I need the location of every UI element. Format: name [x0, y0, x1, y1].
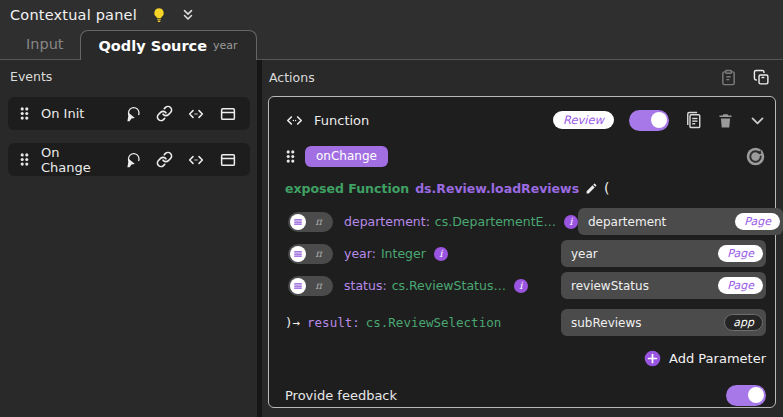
binding-mode-switch[interactable]: π: [288, 276, 333, 296]
pi-mode-icon: π: [306, 248, 331, 259]
result-type: cs.ReviewSelection: [366, 315, 501, 330]
binding-mode-switch[interactable]: π: [288, 212, 333, 232]
events-panel: Events On Init: [0, 60, 257, 417]
list-mode-icon: [290, 214, 306, 230]
add-parameter-button[interactable]: Add Parameter: [285, 347, 766, 369]
actions-header: Actions: [269, 69, 770, 86]
result-arrow: →: [293, 315, 301, 330]
drag-handle-icon[interactable]: [285, 149, 296, 164]
function-card-header: Function Review: [285, 97, 766, 143]
function-type-label: Function: [314, 113, 369, 128]
trash-icon[interactable]: [717, 112, 734, 129]
paste-icon[interactable]: [720, 69, 737, 86]
parameter-row-departement: π departement: cs.DepartementE… departem…: [285, 208, 766, 235]
pi-mode-icon: π: [306, 216, 331, 227]
edit-pencil-icon[interactable]: [585, 182, 598, 195]
event-actions: [124, 105, 237, 123]
tab-bar: Input Qodly Source year: [0, 29, 783, 60]
signature-open-paren: (: [604, 180, 609, 196]
pointer-click-icon[interactable]: [124, 151, 142, 169]
pointer-click-icon[interactable]: [124, 105, 142, 123]
event-row-on-change[interactable]: On Change: [8, 143, 250, 176]
events-title: Events: [10, 69, 257, 84]
result-name: result:: [307, 315, 360, 330]
drag-handle-icon[interactable]: [19, 152, 30, 167]
pi-mode-icon: π: [306, 280, 331, 291]
tab-input-label: Input: [26, 36, 64, 52]
scope-badge[interactable]: Page: [735, 213, 780, 230]
parameter-name: year:: [344, 246, 376, 261]
contextual-panel: Contextual panel Input Qodly Source year: [0, 0, 783, 417]
function-enabled-toggle[interactable]: [629, 110, 669, 131]
panel-layout-icon[interactable]: [219, 151, 237, 169]
event-label: On Change: [41, 145, 113, 175]
actions-title: Actions: [269, 70, 315, 85]
parameter-name: departement:: [344, 214, 430, 229]
parameter-list: π departement: cs.DepartementE… departem…: [285, 203, 766, 299]
parameter-name: status:: [344, 278, 387, 293]
parameter-type: cs.ReviewStatus…: [392, 278, 506, 293]
link-icon[interactable]: [156, 105, 173, 122]
info-icon[interactable]: [434, 247, 448, 261]
function-signature: exposed Function ds.Review.loadReviews (: [285, 180, 766, 196]
signature-function-name: ds.Review.loadReviews: [415, 181, 579, 196]
reset-icon[interactable]: [745, 146, 766, 167]
info-icon[interactable]: [564, 215, 578, 229]
parameter-value-field[interactable]: year Page: [561, 240, 766, 267]
parameter-row-year: π year: Integer year Page: [285, 240, 766, 267]
chevron-down-icon[interactable]: [749, 112, 766, 129]
list-mode-icon: [290, 278, 306, 294]
parameter-type: cs.DepartementE…: [435, 214, 556, 229]
parameter-value: year: [571, 247, 718, 261]
plus-circle-icon: [644, 350, 661, 367]
feedback-toggle[interactable]: [726, 385, 766, 406]
onchange-badge: onChange: [305, 146, 388, 167]
function-card: Function Review: [268, 96, 776, 408]
parameter-value: reviewStatus: [571, 279, 718, 293]
function-code-icon: [285, 111, 304, 130]
panel-title: Contextual panel: [10, 7, 137, 23]
binding-mode-switch[interactable]: π: [288, 244, 333, 264]
result-value: subReviews: [571, 316, 724, 330]
lightbulb-icon[interactable]: [151, 7, 167, 23]
add-parameter-label: Add Parameter: [669, 351, 766, 366]
code-icon[interactable]: [187, 105, 205, 123]
feedback-label: Provide feedback: [285, 388, 397, 403]
scope-badge[interactable]: Page: [718, 245, 763, 262]
info-icon[interactable]: [514, 279, 528, 293]
parameter-value-field[interactable]: reviewStatus Page: [561, 272, 766, 299]
scope-badge[interactable]: Page: [718, 277, 763, 294]
panel-content: Events On Init: [0, 60, 783, 417]
signature-keyword: exposed Function: [285, 181, 409, 196]
close-paren: ): [285, 315, 293, 330]
collapse-double-chevron-icon[interactable]: [181, 8, 195, 22]
link-icon[interactable]: [156, 151, 173, 168]
scope-badge-app[interactable]: app: [724, 314, 763, 331]
result-value-field[interactable]: subReviews app: [561, 309, 766, 336]
event-actions: [124, 151, 237, 169]
panel-layout-icon[interactable]: [219, 105, 237, 123]
result-row: ) → result: cs.ReviewSelection subReview…: [285, 309, 766, 336]
tab-qodly-source[interactable]: Qodly Source year: [80, 30, 257, 60]
event-label: On Init: [41, 106, 84, 121]
drag-handle-icon[interactable]: [19, 106, 30, 121]
actions-panel: Actions Function Re: [262, 60, 783, 417]
parameter-value-field[interactable]: departement Page: [578, 208, 783, 235]
tab-qodly-source-label: Qodly Source: [99, 38, 207, 54]
tab-qodly-source-suffix: year: [213, 39, 238, 52]
event-row-on-init[interactable]: On Init: [8, 97, 250, 130]
copy-all-icon[interactable]: [753, 69, 770, 86]
duplicate-icon[interactable]: [684, 111, 702, 129]
code-icon[interactable]: [187, 151, 205, 169]
review-badge: Review: [553, 111, 614, 129]
list-mode-icon: [290, 246, 306, 262]
parameter-type: Integer: [381, 246, 426, 261]
parameter-value: departement: [588, 215, 735, 229]
parameter-row-status: π status: cs.ReviewStatus… reviewStatus …: [285, 272, 766, 299]
tab-input[interactable]: Input: [10, 29, 80, 59]
panel-header: Contextual panel: [0, 0, 783, 29]
feedback-row: Provide feedback: [285, 383, 766, 407]
event-binding-row: onChange: [285, 143, 766, 169]
